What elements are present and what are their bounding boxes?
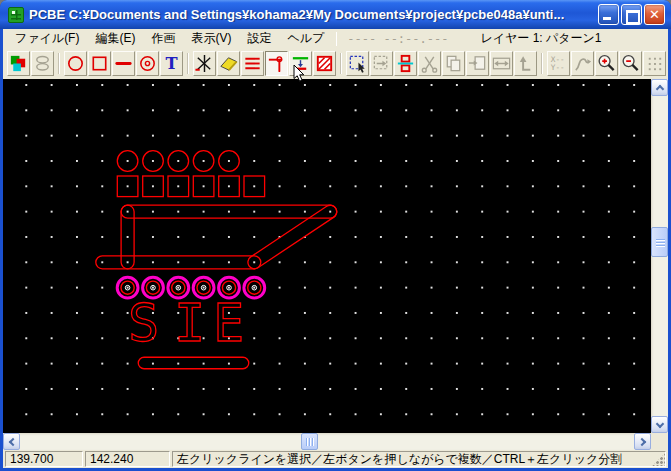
chevron-right-icon xyxy=(638,438,646,446)
pcbe-window: PCBE C:¥Documents and Settings¥kohama2¥M… xyxy=(0,0,671,471)
xy-input-icon: X--Y-- xyxy=(548,53,569,74)
toolbar-button-draw-rect[interactable] xyxy=(88,51,111,76)
window-title: PCBE C:¥Documents and Settings¥kohama2¥M… xyxy=(29,7,596,22)
toolbar-button-fill-hatch[interactable] xyxy=(313,51,336,76)
status-coord-y: 142.240 xyxy=(85,451,170,467)
select-line-icon xyxy=(266,53,287,74)
cut-icon xyxy=(419,53,440,74)
svg-text:T: T xyxy=(165,54,177,73)
transform-icon xyxy=(572,53,593,74)
undo-icon xyxy=(515,53,536,74)
toolbar: TX--Y-- xyxy=(3,48,668,79)
menu-item-4[interactable]: 設定 xyxy=(239,29,279,49)
toolbar-group-separator xyxy=(538,51,547,76)
svg-text:S: S xyxy=(128,293,159,353)
status-bar: 139.700 142.240 左クリックラインを選択／左ボタンを押しながらで複… xyxy=(3,450,668,468)
toolbar-button-stretch[interactable] xyxy=(490,51,513,76)
chevron-down-icon xyxy=(656,420,664,428)
toolbar-button-pad-stack[interactable] xyxy=(31,51,54,76)
toolbar-button-break-line[interactable] xyxy=(193,51,216,76)
toolbar-button-draw-circle[interactable] xyxy=(64,51,87,76)
status-message-text: 左クリックラインを選択／左ボタンを押しながらで複数／CTRL＋左クリック分割 xyxy=(177,452,622,466)
break-line-icon xyxy=(194,53,215,74)
menu-item-1[interactable]: 編集(E) xyxy=(87,29,143,49)
toolbar-button-xy-input[interactable]: X--Y-- xyxy=(547,51,570,76)
svg-text:I: I xyxy=(174,293,205,353)
toolbar-group-separator xyxy=(55,51,64,76)
resize-grip[interactable] xyxy=(652,453,665,466)
pcb-drawing-canvas[interactable]: SIE xyxy=(3,79,651,433)
scroll-left-button[interactable] xyxy=(3,433,20,450)
copy-icon xyxy=(443,53,464,74)
minimize-button[interactable] xyxy=(598,4,619,25)
move-area-icon xyxy=(371,53,392,74)
multi-line-icon xyxy=(242,53,263,74)
toolbar-group-separator xyxy=(184,51,193,76)
menu-item-3[interactable]: 表示(V) xyxy=(183,29,239,49)
toolbar-button-select-area[interactable] xyxy=(346,51,369,76)
draw-line-icon xyxy=(113,53,134,74)
grid-setting-icon xyxy=(644,53,665,74)
toolbar-button-move-area[interactable] xyxy=(370,51,393,76)
toolbar-button-grid-setting[interactable] xyxy=(643,51,666,76)
chevron-left-icon xyxy=(9,438,17,446)
vertical-scroll-thumb[interactable] xyxy=(651,227,668,257)
toolbar-button-zoom-out[interactable] xyxy=(619,51,642,76)
status-coord-x: 139.700 xyxy=(5,451,83,467)
coordinate-readout: ---- --:--.--- xyxy=(347,32,448,46)
fill-hatch-icon xyxy=(314,53,335,74)
pcb-artwork: SIE xyxy=(3,79,651,433)
scroll-down-button[interactable] xyxy=(651,416,668,433)
pad-stack-icon xyxy=(32,53,53,74)
svg-text:E: E xyxy=(213,293,244,353)
toolbar-button-cut[interactable] xyxy=(418,51,441,76)
toolbar-button-paste[interactable] xyxy=(466,51,489,76)
draw-text-icon: T xyxy=(161,53,182,74)
close-button[interactable] xyxy=(644,4,665,25)
scrollbar-corner xyxy=(651,433,668,450)
toolbar-button-draw-pad[interactable] xyxy=(136,51,159,76)
toolbar-button-multi-line[interactable] xyxy=(241,51,264,76)
toolbar-button-select-line[interactable] xyxy=(265,51,288,76)
toolbar-button-connect-pads[interactable] xyxy=(394,51,417,76)
eraser-icon xyxy=(218,53,239,74)
maximize-button[interactable] xyxy=(621,4,642,25)
toolbar-button-draw-text[interactable]: T xyxy=(160,51,183,76)
menu-bar: ファイル(F)編集(E)作画表示(V)設定ヘルプ ---- --:--.--- … xyxy=(3,29,668,48)
vertical-scrollbar[interactable] xyxy=(651,79,668,433)
zoom-in-icon xyxy=(596,53,617,74)
toolbar-button-copy[interactable] xyxy=(442,51,465,76)
toolbar-button-eraser[interactable] xyxy=(217,51,240,76)
scroll-up-button[interactable] xyxy=(651,79,668,96)
paste-icon xyxy=(467,53,488,74)
toolbar-button-layers[interactable] xyxy=(7,51,30,76)
toolbar-button-draw-line[interactable] xyxy=(112,51,135,76)
zoom-out-icon xyxy=(620,53,641,74)
menu-item-2[interactable]: 作画 xyxy=(143,29,183,49)
stretch-icon xyxy=(491,53,512,74)
scroll-right-button[interactable] xyxy=(634,433,651,450)
horizontal-scrollbar[interactable] xyxy=(3,433,651,450)
toolbar-button-zoom-in[interactable] xyxy=(595,51,618,76)
status-message: 左クリックラインを選択／左ボタンを押しながらで複数／CTRL＋左クリック分割 xyxy=(172,451,666,467)
chevron-up-icon xyxy=(656,85,664,93)
connect-pads-icon xyxy=(395,53,416,74)
layers-icon xyxy=(8,53,29,74)
horizontal-scroll-thumb[interactable] xyxy=(301,433,318,450)
toolbar-group-separator xyxy=(337,51,346,76)
select-area-icon xyxy=(347,53,368,74)
svg-text:Y--: Y-- xyxy=(551,63,565,72)
menu-item-5[interactable]: ヘルプ xyxy=(279,29,332,49)
draw-pad-icon xyxy=(137,53,158,74)
app-icon xyxy=(8,7,24,23)
toolbar-button-transform[interactable] xyxy=(571,51,594,76)
draw-circle-icon xyxy=(65,53,86,74)
title-bar: PCBE C:¥Documents and Settings¥kohama2¥M… xyxy=(0,0,671,29)
mouse-cursor xyxy=(293,64,307,84)
layer-indicator: レイヤー 1: パターン1 xyxy=(480,30,601,47)
draw-rect-icon xyxy=(89,53,110,74)
toolbar-button-undo[interactable] xyxy=(514,51,537,76)
menu-item-0[interactable]: ファイル(F) xyxy=(7,29,87,49)
menu-separator xyxy=(336,32,337,46)
